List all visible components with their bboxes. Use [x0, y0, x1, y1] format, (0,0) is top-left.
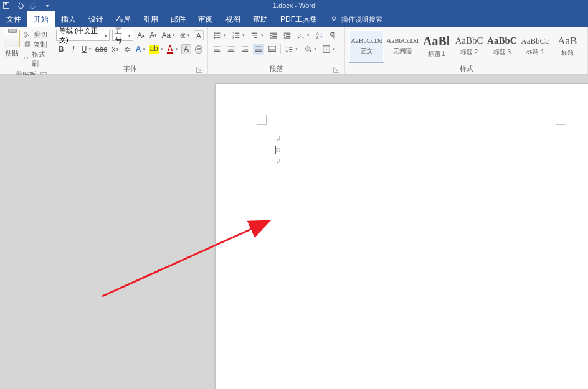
tab-mailings[interactable]: 邮件: [164, 11, 192, 27]
style-name: 标题 4: [526, 47, 544, 56]
cut-button[interactable]: 剪切: [24, 30, 48, 39]
svg-rect-50: [289, 47, 292, 48]
svg-rect-43: [242, 51, 249, 52]
group-label-paragraph: 段落 ↘: [212, 63, 341, 74]
svg-rect-22: [252, 35, 257, 35]
copy-button[interactable]: 复制: [24, 40, 48, 49]
font-name-combo[interactable]: 等线 (中文正文)▼: [56, 30, 110, 41]
style-item[interactable]: AaBbC标题 3: [485, 30, 519, 63]
svg-rect-45: [255, 49, 262, 49]
phonetic-guide-button[interactable]: 变▼: [179, 30, 191, 41]
highlight-color-button[interactable]: ab▼: [149, 44, 164, 55]
style-name: 标题 3: [493, 48, 511, 57]
style-preview: AaBbCcDd: [351, 37, 382, 44]
tab-home[interactable]: 开始: [27, 11, 55, 27]
text-effects-button[interactable]: A▼: [135, 44, 146, 55]
shading-button[interactable]: ▼: [302, 44, 318, 55]
distributed-button[interactable]: [267, 44, 278, 55]
tell-me-label: 操作说明搜索: [341, 15, 382, 24]
change-case-button[interactable]: Aa▼: [161, 30, 176, 41]
align-right-button[interactable]: [239, 44, 250, 55]
style-item[interactable]: AaBbCc标题 4: [519, 30, 551, 63]
svg-point-53: [310, 50, 311, 52]
style-item[interactable]: AaBbC标题 2: [453, 30, 485, 63]
paste-label: 粘贴: [5, 49, 19, 58]
save-icon[interactable]: [2, 2, 10, 9]
svg-rect-27: [270, 38, 277, 39]
style-preview: AaBbCc: [521, 37, 549, 45]
show-marks-button[interactable]: [328, 30, 339, 41]
sort-button[interactable]: AZ: [314, 30, 325, 41]
tab-file[interactable]: 文件: [0, 11, 27, 27]
numbering-button[interactable]: 123▼: [230, 30, 247, 41]
styles-gallery[interactable]: AaBbCcDd正文AaBbCcDd无间隔AaBl标题 1AaBbC标题 2Aa…: [349, 30, 584, 63]
clear-format-button[interactable]: A: [194, 30, 204, 40]
group-styles: AaBbCcDd正文AaBbCcDd无间隔AaBl标题 1AaBbC标题 2Aa…: [345, 27, 588, 74]
separator: [280, 44, 281, 54]
margin-corner-icon: [257, 115, 267, 125]
font-name-value: 等线 (中文正文): [59, 26, 101, 45]
style-item[interactable]: AaBbCcDd无间隔: [384, 30, 420, 63]
document-page[interactable]: ↲ ⊡ ↲: [216, 84, 588, 389]
decrease-indent-button[interactable]: [268, 30, 279, 41]
svg-rect-10: [216, 33, 220, 34]
style-name: 无间隔: [393, 47, 412, 55]
redo-icon[interactable]: [30, 2, 37, 9]
svg-rect-31: [284, 38, 291, 39]
style-preview: AaBl: [423, 35, 450, 47]
align-left-button[interactable]: [212, 44, 223, 55]
style-preview: AaBbC: [487, 36, 517, 45]
font-size-combo[interactable]: 五号▼: [112, 30, 133, 41]
italic-button[interactable]: I: [69, 44, 78, 55]
tab-review[interactable]: 审阅: [192, 11, 219, 27]
svg-rect-42: [244, 49, 248, 49]
superscript-button[interactable]: x2: [123, 44, 133, 55]
increase-indent-button[interactable]: [282, 30, 293, 41]
enclose-characters-button[interactable]: 字: [194, 44, 204, 55]
svg-rect-48: [269, 49, 276, 49]
asian-layout-button[interactable]: A▼: [295, 30, 311, 41]
paragraph-launcher-icon[interactable]: ↘: [333, 67, 339, 73]
svg-point-11: [214, 35, 215, 36]
multilevel-list-button[interactable]: ▼: [249, 30, 265, 41]
svg-rect-44: [255, 47, 262, 47]
paste-button[interactable]: 粘贴: [4, 30, 20, 68]
tab-view[interactable]: 视图: [219, 11, 247, 27]
tab-layout[interactable]: 布局: [110, 11, 137, 27]
format-painter-button[interactable]: 格式刷: [24, 50, 48, 68]
style-item[interactable]: AaBl标题 1: [420, 30, 453, 63]
style-name: 标题: [561, 49, 574, 57]
subscript-button[interactable]: x2: [110, 44, 120, 55]
underline-button[interactable]: U▼: [81, 44, 92, 55]
svg-rect-39: [229, 49, 234, 49]
tab-help[interactable]: 帮助: [247, 11, 274, 27]
style-item[interactable]: AaBbCcDd正文: [349, 30, 384, 63]
group-paragraph: ▼ 123▼ ▼ A▼ AZ ▼ ▼ ▼ 段落: [208, 27, 345, 74]
bullets-button[interactable]: ▼: [212, 30, 228, 41]
group-label-styles: 样式: [349, 63, 584, 74]
borders-button[interactable]: ▼: [321, 44, 337, 55]
grow-font-button[interactable]: A▴: [136, 30, 146, 41]
align-center-button[interactable]: [225, 44, 237, 55]
tab-references[interactable]: 引用: [137, 11, 164, 27]
title-bar: ▾ 1.docx - Word: [0, 0, 588, 11]
style-item[interactable]: AaB标题: [551, 30, 584, 63]
svg-rect-1: [5, 3, 7, 5]
tab-insert[interactable]: 插入: [55, 11, 82, 27]
shrink-font-button[interactable]: A▾: [148, 30, 158, 41]
tell-me-search[interactable]: 操作说明搜索: [324, 11, 389, 27]
font-launcher-icon[interactable]: ↘: [196, 67, 202, 73]
tab-pdf[interactable]: PDF工具集: [274, 11, 324, 27]
align-justify-button[interactable]: [253, 44, 264, 55]
lightbulb-icon: [330, 16, 338, 23]
font-color-button[interactable]: A▼: [166, 44, 179, 55]
qat-customize-icon[interactable]: ▾: [44, 2, 51, 9]
document-area[interactable]: ↲ ⊡ ↲: [0, 75, 588, 389]
strikethrough-button[interactable]: abc: [95, 44, 108, 55]
line-spacing-button[interactable]: ▼: [283, 44, 300, 55]
character-shading-button[interactable]: A: [181, 44, 191, 54]
svg-point-2: [332, 17, 335, 20]
undo-icon[interactable]: [16, 2, 24, 9]
bold-button[interactable]: B: [56, 44, 66, 55]
tab-design[interactable]: 设计: [82, 11, 110, 27]
